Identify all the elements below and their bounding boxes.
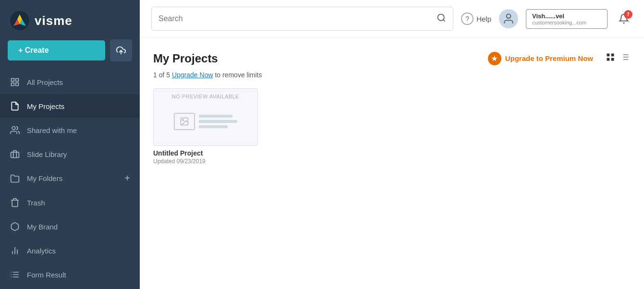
svg-rect-6 — [12, 79, 14, 82]
visme-logo-icon — [10, 11, 30, 31]
logo-text: visme — [35, 13, 73, 28]
top-right-actions: ★ Upgrade to Premium Now — [488, 51, 631, 65]
sidebar-item-trash[interactable]: Trash — [0, 191, 140, 215]
svg-rect-27 — [611, 58, 614, 61]
help-circle-icon: ? — [461, 12, 474, 25]
search-input[interactable] — [158, 14, 437, 23]
sidebar-item-analytics[interactable]: Analytics — [0, 239, 140, 263]
sidebar-item-shared-with-me[interactable]: Shared with me — [0, 118, 140, 142]
user-email: customersooking...com — [532, 20, 601, 25]
svg-rect-25 — [611, 54, 614, 57]
project-name: Untitled Project — [153, 149, 258, 157]
sidebar-item-label: Trash — [27, 199, 130, 207]
help-button[interactable]: ? Help — [461, 12, 491, 25]
briefcase-icon — [10, 149, 20, 159]
sidebar-item-label: Form Result — [27, 271, 130, 279]
image-icon — [179, 117, 190, 126]
create-button[interactable]: + Create — [8, 40, 105, 60]
list-view-button[interactable] — [619, 51, 631, 65]
upgrade-label: Upgrade to Premium Now — [505, 54, 593, 62]
sidebar-item-label: My Brand — [27, 223, 130, 231]
sidebar-item-my-brand[interactable]: My Brand — [0, 215, 140, 239]
notifications-badge: 7 — [624, 10, 632, 19]
limit-bar: 1 of 5 Upgrade Now to remove limits — [153, 71, 631, 79]
thumb-lines — [199, 115, 237, 128]
view-toggle — [605, 51, 631, 65]
upload-button[interactable] — [110, 39, 132, 61]
svg-rect-11 — [11, 152, 19, 158]
thumb-line — [199, 115, 232, 118]
user-info-box[interactable]: Vish......vel customersooking...com — [526, 9, 608, 29]
sidebar-actions: + Create — [0, 39, 140, 70]
svg-rect-26 — [607, 58, 610, 61]
svg-point-21 — [438, 14, 444, 20]
premium-star-icon: ★ — [488, 52, 501, 65]
avatar-icon — [502, 12, 515, 25]
folder-icon — [10, 173, 20, 184]
sidebar-item-label: Analytics — [27, 247, 130, 255]
sidebar-item-label: My Projects — [27, 102, 130, 110]
project-thumbnail: NO PREVIEW AVAILABLE — [153, 88, 258, 146]
main-header: ? Help Vish......vel customersooking...c… — [140, 0, 644, 38]
search-bar[interactable] — [151, 7, 453, 31]
search-button[interactable] — [437, 13, 446, 25]
sidebar-item-form-result[interactable]: Form Result — [0, 263, 140, 287]
main-area: ? Help Vish......vel customersooking...c… — [140, 0, 644, 289]
users-icon — [10, 125, 20, 135]
svg-point-10 — [12, 127, 15, 130]
thumb-line — [199, 125, 228, 128]
sidebar-item-label: Shared with me — [27, 126, 130, 134]
sidebar-item-label: My Folders — [27, 174, 118, 182]
user-name: Vish......vel — [532, 12, 601, 20]
logo-area: visme — [0, 0, 140, 39]
sidebar-item-all-projects[interactable]: All Projects — [0, 70, 140, 94]
sidebar-item-label: All Projects — [27, 78, 130, 86]
grid-icon — [10, 77, 20, 87]
upgrade-now-link[interactable]: Upgrade Now — [172, 71, 213, 79]
project-card[interactable]: NO PREVIEW AVAILABLE — [153, 88, 258, 165]
analytics-icon — [10, 245, 20, 256]
notifications-button[interactable]: 7 — [615, 10, 632, 27]
upload-icon — [116, 46, 126, 55]
grid-view-icon — [606, 52, 615, 62]
thumbnail-placeholder — [174, 113, 237, 130]
svg-rect-7 — [16, 79, 19, 82]
svg-line-22 — [443, 19, 445, 21]
project-date: Updated 09/23/2019 — [153, 158, 258, 165]
page-title: My Projects — [153, 52, 218, 65]
search-icon — [437, 13, 446, 23]
svg-rect-9 — [16, 83, 19, 86]
list-view-icon — [620, 52, 630, 62]
no-preview-text: NO PREVIEW AVAILABLE — [172, 94, 239, 99]
trash-icon — [10, 197, 20, 208]
projects-grid: NO PREVIEW AVAILABLE — [153, 88, 631, 165]
sidebar-item-slide-library[interactable]: Slide Library — [0, 142, 140, 166]
sidebar-item-my-projects[interactable]: My Projects — [0, 94, 140, 118]
list-icon — [10, 269, 20, 280]
box-icon — [10, 221, 20, 232]
sidebar-nav: All Projects My Projects Shared with me … — [0, 70, 140, 289]
thumbnail-image-icon — [174, 113, 195, 130]
upgrade-premium-button[interactable]: ★ Upgrade to Premium Now — [488, 52, 593, 65]
limit-count: 1 of 5 — [153, 71, 170, 79]
svg-rect-8 — [12, 83, 14, 86]
avatar-button[interactable] — [499, 9, 518, 28]
svg-point-23 — [507, 14, 511, 18]
sidebar-item-my-folders[interactable]: My Folders + — [0, 166, 140, 191]
file-icon — [10, 101, 20, 111]
content-area: My Projects ★ Upgrade to Premium Now — [140, 38, 644, 289]
help-label: Help — [476, 15, 491, 23]
svg-rect-24 — [607, 54, 610, 57]
svg-point-35 — [182, 120, 184, 121]
add-folder-icon[interactable]: + — [124, 173, 130, 184]
sidebar-item-label: Slide Library — [27, 150, 130, 158]
sidebar: visme + Create All Projects My Projects — [0, 0, 140, 289]
limit-suffix: to remove limits — [215, 71, 262, 79]
content-top: My Projects ★ Upgrade to Premium Now — [153, 51, 631, 65]
thumb-line — [199, 120, 237, 123]
grid-view-button[interactable] — [605, 51, 616, 65]
